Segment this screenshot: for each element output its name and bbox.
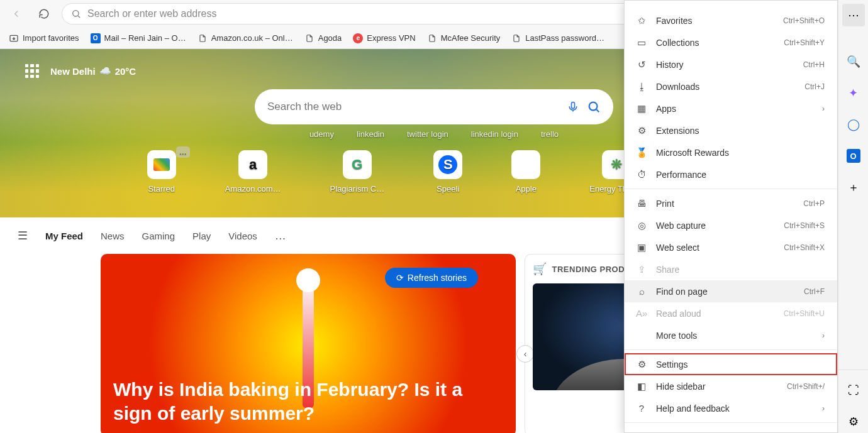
- amazon-icon: a: [249, 156, 257, 173]
- search-submit-icon[interactable]: [587, 100, 601, 114]
- sidebar-add[interactable]: ＋: [842, 176, 865, 199]
- menu-print[interactable]: 🖶PrintCtrl+P: [625, 192, 837, 214]
- quicklink[interactable]: udemy: [309, 129, 334, 139]
- app-launcher-icon[interactable]: [25, 64, 39, 78]
- office-icon: ◯: [847, 118, 860, 131]
- more-icon: ⋯: [848, 8, 859, 22]
- plus-icon: ＋: [848, 180, 859, 195]
- help-icon: ?: [636, 403, 647, 414]
- star-icon: ✩: [636, 15, 647, 26]
- bookmark-amazon[interactable]: Amazon.co.uk – Onl…: [198, 33, 293, 43]
- svg-point-3: [589, 102, 598, 111]
- import-favorites[interactable]: Import favorites: [9, 33, 79, 43]
- menu-downloads[interactable]: ⭳DownloadsCtrl+J: [625, 75, 837, 97]
- sparkle-icon: ✦: [849, 86, 858, 100]
- refresh-button[interactable]: [34, 4, 54, 24]
- energy-icon: ❋: [611, 156, 622, 173]
- svg-rect-2: [572, 102, 575, 109]
- sidebar-settings[interactable]: ⚙: [842, 410, 865, 433]
- tab-more-icon[interactable]: …: [275, 229, 286, 243]
- carousel-prev-icon[interactable]: ‹: [516, 345, 534, 363]
- sidebar-search[interactable]: 🔍: [842, 50, 865, 73]
- menu-favorites[interactable]: ✩FavoritesCtrl+Shift+O: [625, 9, 837, 31]
- search-icon: 🔍: [847, 55, 860, 69]
- tab-gaming[interactable]: Gaming: [142, 231, 175, 241]
- menu-webselect[interactable]: ▣Web selectCtrl+Shift+X: [625, 236, 837, 258]
- tile-starred[interactable]: …Starred: [147, 150, 176, 194]
- quicklink[interactable]: twitter login: [407, 129, 448, 139]
- feed-story-card[interactable]: ⟳Refresh stories Why is India baking in …: [101, 254, 516, 433]
- temperature-label: 20°C: [115, 66, 136, 77]
- menu-close[interactable]: Close Microsoft Edge: [625, 426, 837, 433]
- performance-icon: ⏱: [636, 169, 647, 180]
- menu-history[interactable]: ↺HistoryCtrl+H: [625, 53, 837, 75]
- hero-search-input[interactable]: [267, 101, 559, 113]
- sidebar-office[interactable]: ◯: [842, 113, 865, 136]
- tab-play[interactable]: Play: [192, 231, 211, 241]
- find-icon: ⌕: [636, 286, 647, 297]
- tile-more-icon[interactable]: …: [176, 146, 190, 158]
- tab-news[interactable]: News: [101, 231, 125, 241]
- page-icon: [198, 33, 208, 43]
- history-icon: ↺: [636, 59, 647, 70]
- bookmark-mcafee[interactable]: McAfee Security: [427, 33, 501, 43]
- import-icon: [9, 33, 19, 43]
- menu-settings[interactable]: ⚙Settings: [625, 353, 837, 375]
- print-icon: 🖶: [636, 198, 647, 209]
- search-icon: [71, 9, 81, 19]
- cart-icon: 🛒: [533, 262, 547, 276]
- readaloud-icon: A»: [636, 308, 647, 319]
- refresh-stories-button[interactable]: ⟳Refresh stories: [385, 268, 478, 288]
- menu-find[interactable]: ⌕Find on pageCtrl+F: [625, 280, 837, 302]
- tile-plagiarism[interactable]: GPlagiarism C…: [330, 150, 385, 194]
- location-label: New Delhi: [50, 66, 96, 77]
- menu-performance[interactable]: ⏱Performance: [625, 163, 837, 185]
- tab-videos[interactable]: Videos: [228, 231, 257, 241]
- menu-share: ⇪Share: [625, 258, 837, 280]
- menu-apps[interactable]: ▦Apps›: [625, 97, 837, 119]
- microphone-icon[interactable]: [567, 101, 579, 113]
- tile-amazon[interactable]: aAmazon.com…: [225, 150, 281, 194]
- outlook-icon: O: [847, 149, 860, 163]
- bookmark-expressvpn[interactable]: eExpress VPN: [353, 33, 415, 43]
- menu-rewards[interactable]: 🏅Microsoft Rewards: [625, 141, 837, 163]
- menu-webcapture[interactable]: ◎Web captureCtrl+Shift+S: [625, 214, 837, 236]
- extensions-icon: ⚙: [636, 125, 647, 136]
- address-placeholder: Search or enter web address: [87, 8, 216, 19]
- bookmark-agoda[interactable]: Agoda: [304, 33, 342, 43]
- bookmark-mail[interactable]: OMail – Reni Jain – O…: [91, 33, 186, 43]
- back-button[interactable]: [6, 4, 26, 24]
- speeli-icon: S: [438, 155, 457, 174]
- tile-apple[interactable]: Apple: [511, 150, 540, 194]
- capture-icon: ◎: [636, 220, 647, 231]
- chevron-right-icon: ›: [822, 104, 825, 113]
- quicklink[interactable]: trello: [541, 129, 559, 139]
- more-menu-button[interactable]: ⋯: [842, 4, 865, 26]
- sidebar-discover[interactable]: ✦: [842, 82, 865, 104]
- hero-search-box[interactable]: [255, 89, 613, 124]
- chevron-right-icon: ›: [822, 404, 825, 413]
- menu-extensions[interactable]: ⚙Extensions: [625, 119, 837, 141]
- quicklink[interactable]: linkedin login: [471, 129, 518, 139]
- weather-widget[interactable]: New Delhi ☁️ 20°C: [50, 65, 136, 77]
- downloads-icon: ⭳: [636, 81, 647, 92]
- settings-menu: ✩FavoritesCtrl+Shift+O ▭CollectionsCtrl+…: [624, 0, 838, 433]
- page-icon: [427, 33, 437, 43]
- quicklink[interactable]: linkedin: [357, 129, 384, 139]
- menu-help[interactable]: ?Help and feedback›: [625, 397, 837, 419]
- menu-collections[interactable]: ▭CollectionsCtrl+Shift+Y: [625, 31, 837, 53]
- plagiarism-icon: G: [352, 156, 362, 173]
- sidebar-outlook[interactable]: O: [842, 145, 865, 167]
- share-icon: ⇪: [636, 264, 647, 275]
- expressvpn-icon: e: [353, 33, 363, 43]
- bookmark-lastpass[interactable]: LastPass password…: [511, 33, 604, 43]
- gear-icon: ⚙: [849, 415, 859, 429]
- menu-moretools[interactable]: More tools›: [625, 324, 837, 346]
- sidebar-icon: ◧: [636, 381, 647, 392]
- sidebar-expand[interactable]: ⛶: [842, 379, 865, 402]
- tab-myfeed[interactable]: My Feed: [45, 231, 83, 241]
- outlook-icon: O: [91, 33, 101, 43]
- feed-menu-icon[interactable]: ☰: [18, 229, 28, 243]
- tile-speeli[interactable]: SSpeeli: [433, 150, 462, 194]
- menu-hidesidebar[interactable]: ◧Hide sidebarCtrl+Shift+/: [625, 375, 837, 397]
